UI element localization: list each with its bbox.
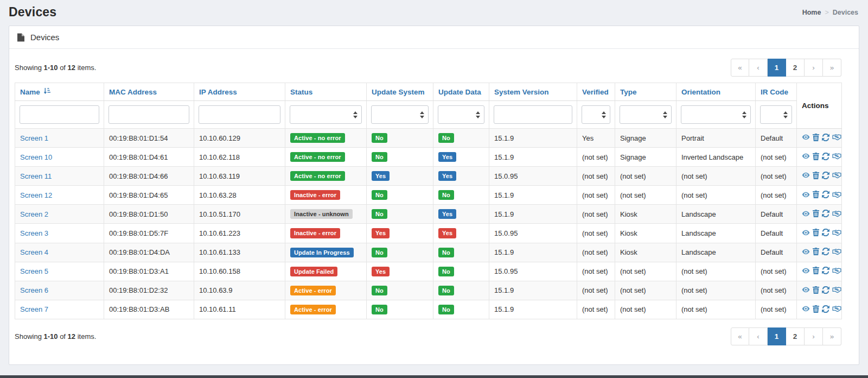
type-filter-select[interactable] <box>620 105 672 124</box>
device-link[interactable]: Screen 4 <box>20 248 48 256</box>
refresh-icon[interactable] <box>822 134 829 141</box>
trash-icon[interactable] <box>813 134 819 141</box>
column-header-ip[interactable]: IP Address <box>199 88 237 96</box>
trash-icon[interactable] <box>813 210 819 217</box>
eye-icon[interactable] <box>802 172 810 179</box>
device-link[interactable]: Screen 11 <box>20 172 52 180</box>
eye-icon[interactable] <box>802 229 810 236</box>
refresh-icon[interactable] <box>822 210 829 217</box>
handshake-icon[interactable] <box>832 305 841 312</box>
ip-cell: 10.10.63.28 <box>194 186 285 205</box>
update_system-badge: No <box>372 152 387 162</box>
eye-icon[interactable] <box>802 305 810 312</box>
trash-icon[interactable] <box>813 267 819 274</box>
device-link[interactable]: Screen 10 <box>20 153 52 161</box>
trash-icon[interactable] <box>813 305 819 313</box>
status-filter-select[interactable] <box>290 105 362 124</box>
pagination-next-button[interactable]: › <box>805 59 823 77</box>
table-row: Screen 100:19:B8:01:D1:5410.10.60.129Act… <box>15 129 842 148</box>
sort-amount-asc-icon <box>43 87 50 96</box>
pagination-prev-button[interactable]: ‹ <box>749 59 768 77</box>
device-link[interactable]: Screen 1 <box>20 134 48 142</box>
handshake-icon[interactable] <box>832 191 841 198</box>
trash-icon[interactable] <box>813 248 819 255</box>
update_data-cell: No <box>433 281 489 300</box>
verified-filter-select[interactable] <box>582 105 610 124</box>
actions-cell <box>797 281 842 300</box>
ir-code-filter-select[interactable] <box>760 105 792 124</box>
pagination-first-button[interactable]: « <box>731 327 749 345</box>
trash-icon[interactable] <box>813 191 819 198</box>
pagination-last-button[interactable]: » <box>823 327 841 345</box>
column-header-orientation[interactable]: Orientation <box>681 88 720 96</box>
handshake-icon[interactable] <box>832 248 841 255</box>
ip-filter-input[interactable] <box>199 105 280 124</box>
trash-icon[interactable] <box>813 229 819 236</box>
refresh-icon[interactable] <box>822 229 829 236</box>
eye-icon[interactable] <box>802 191 810 198</box>
breadcrumb-home-link[interactable]: Home <box>802 9 821 16</box>
pagination-page-2-button[interactable]: 2 <box>786 327 805 345</box>
eye-icon[interactable] <box>802 210 810 217</box>
column-header-system-version[interactable]: System Version <box>494 88 549 96</box>
pagination-page-1-button[interactable]: 1 <box>768 327 786 345</box>
pagination-first-button[interactable]: « <box>731 59 749 77</box>
trash-icon[interactable] <box>813 153 819 160</box>
device-link[interactable]: Screen 12 <box>20 191 52 199</box>
column-header-update-system[interactable]: Update System <box>372 88 425 96</box>
refresh-icon[interactable] <box>822 191 829 198</box>
column-header-mac[interactable]: MAC Address <box>109 88 157 96</box>
ip-cell: 10.10.63.9 <box>194 281 285 300</box>
refresh-icon[interactable] <box>822 248 829 255</box>
update-system-filter-select[interactable] <box>371 105 429 124</box>
refresh-icon[interactable] <box>822 267 829 274</box>
handshake-icon[interactable] <box>832 210 841 217</box>
column-header-verified[interactable]: Verified <box>582 88 609 96</box>
pagination-prev-button[interactable]: ‹ <box>749 327 768 345</box>
trash-icon[interactable] <box>813 286 819 294</box>
column-header-type[interactable]: Type <box>620 88 637 96</box>
update_data-badge: Yes <box>438 152 456 162</box>
eye-icon[interactable] <box>802 134 810 141</box>
device-link[interactable]: Screen 6 <box>20 286 48 294</box>
refresh-icon[interactable] <box>822 153 829 160</box>
column-header-name[interactable]: Name <box>20 87 50 96</box>
handshake-icon[interactable] <box>832 172 841 179</box>
eye-icon[interactable] <box>802 267 810 274</box>
column-header-status[interactable]: Status <box>290 88 312 96</box>
status-badge: Inactive - error <box>290 228 340 238</box>
handshake-icon[interactable] <box>832 153 841 160</box>
refresh-icon[interactable] <box>822 286 829 294</box>
refresh-icon[interactable] <box>822 172 829 179</box>
system-version-filter-input[interactable] <box>494 105 572 124</box>
eye-icon[interactable] <box>802 286 810 293</box>
refresh-icon[interactable] <box>822 305 829 313</box>
mac-filter-input[interactable] <box>108 105 189 124</box>
device-link[interactable]: Screen 2 <box>20 210 48 218</box>
select-arrows-icon <box>663 111 667 118</box>
table-row: Screen 300:19:B8:01:D5:7F10.10.61.223Ina… <box>15 224 842 243</box>
column-header-ir-code[interactable]: IR Code <box>761 88 788 96</box>
orientation-filter-select[interactable] <box>681 105 751 124</box>
handshake-icon[interactable] <box>832 134 841 141</box>
pagination-last-button[interactable]: » <box>823 59 841 77</box>
pagination-next-button[interactable]: › <box>805 327 823 345</box>
handshake-icon[interactable] <box>832 286 841 293</box>
status-cell: Active - error <box>285 300 367 319</box>
pagination-page-2-button[interactable]: 2 <box>786 59 805 77</box>
trash-icon[interactable] <box>813 172 819 179</box>
update-data-filter-select[interactable] <box>438 105 484 124</box>
eye-icon[interactable] <box>802 248 810 255</box>
handshake-icon[interactable] <box>832 267 841 274</box>
device-link[interactable]: Screen 7 <box>20 305 48 313</box>
orientation-cell: (not set) <box>676 262 756 281</box>
device-link[interactable]: Screen 5 <box>20 267 48 275</box>
handshake-icon[interactable] <box>832 229 841 236</box>
table-row: Screen 700:19:B8:01:D3:AB10.10.61.11Acti… <box>15 300 842 319</box>
device-link[interactable]: Screen 3 <box>20 229 48 237</box>
column-header-update-data[interactable]: Update Data <box>438 88 481 96</box>
pagination-page-1-button[interactable]: 1 <box>768 59 786 77</box>
name-filter-input[interactable] <box>20 105 99 124</box>
eye-icon[interactable] <box>802 153 810 160</box>
ip-cell: 10.10.61.11 <box>194 300 285 319</box>
